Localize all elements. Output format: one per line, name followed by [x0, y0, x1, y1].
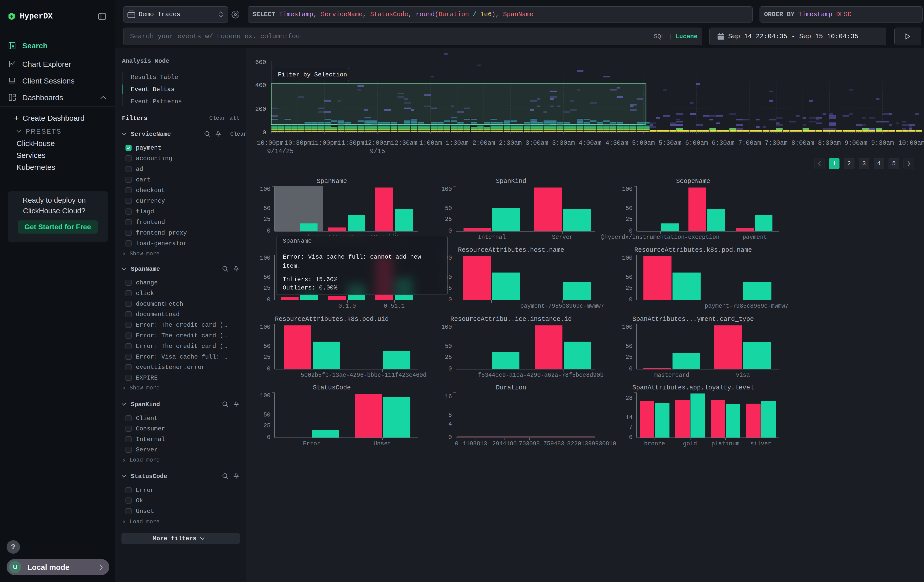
svg-text:1:30am: 1:30am: [446, 139, 469, 147]
svg-text:10:00pm: 10:00pm: [257, 139, 283, 147]
svg-text:8:30am: 8:30am: [818, 139, 841, 147]
svg-text:9/15: 9/15: [370, 148, 385, 155]
svg-text:3:00am: 3:00am: [526, 139, 548, 147]
svg-text:2:30am: 2:30am: [499, 139, 522, 147]
svg-text:9:00am: 9:00am: [845, 139, 867, 147]
svg-text:9:30am: 9:30am: [871, 139, 894, 147]
svg-text:6:30am: 6:30am: [712, 139, 734, 147]
svg-text:7:30am: 7:30am: [765, 139, 788, 147]
svg-text:600: 600: [255, 59, 266, 66]
svg-text:10:00am: 10:00am: [898, 139, 924, 147]
svg-text:8:00am: 8:00am: [791, 139, 814, 147]
svg-text:12:00am: 12:00am: [364, 139, 391, 147]
svg-text:9/14/25: 9/14/25: [267, 148, 294, 155]
svg-text:5:30am: 5:30am: [658, 139, 681, 147]
svg-text:3:30am: 3:30am: [552, 139, 575, 147]
svg-text:5:00am: 5:00am: [632, 139, 655, 147]
svg-text:2:00am: 2:00am: [472, 139, 495, 147]
svg-text:11:00pm: 11:00pm: [311, 139, 338, 147]
svg-text:10:30pm: 10:30pm: [284, 139, 311, 147]
svg-text:1:00am: 1:00am: [419, 139, 442, 147]
svg-text:400: 400: [255, 82, 266, 89]
svg-text:11:30pm: 11:30pm: [338, 139, 364, 147]
svg-text:4:30am: 4:30am: [606, 139, 628, 147]
svg-text:200: 200: [255, 106, 266, 113]
svg-text:6:00am: 6:00am: [685, 139, 708, 147]
svg-text:0: 0: [262, 129, 266, 136]
svg-text:7:00am: 7:00am: [738, 139, 761, 147]
svg-text:12:30am: 12:30am: [391, 139, 417, 147]
svg-text:4:00am: 4:00am: [579, 139, 601, 147]
